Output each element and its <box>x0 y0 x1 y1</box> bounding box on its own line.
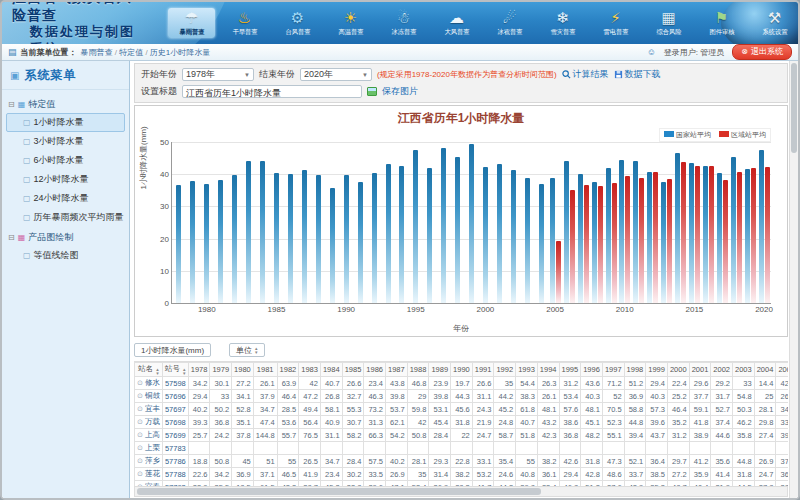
column-header-1987[interactable]: 1987 <box>386 363 408 377</box>
toolbar-item-雷电普查[interactable]: ⚡雷电普查 <box>592 8 639 38</box>
horizontal-scrollbar[interactable] <box>134 486 788 497</box>
table-row[interactable]: ⊙万载5769839.336.835.147.453.656.440.930.7… <box>135 416 789 429</box>
row-expand-icon[interactable]: ⊙ <box>137 470 143 477</box>
end-year-select[interactable]: 2020年 ▼ <box>300 68 372 81</box>
column-header-1996[interactable]: 1996 <box>581 363 603 377</box>
breadcrumb-item[interactable]: 暴雨普查 <box>81 48 113 57</box>
unit-sort-control[interactable]: 单位 ▴▾ <box>229 343 265 357</box>
bar-national-2014[interactable] <box>675 153 680 303</box>
table-row[interactable]: ⊙修水5759834.230.127.226.163.94240.726.623… <box>135 377 789 390</box>
column-header-1986[interactable]: 1986 <box>364 363 386 377</box>
column-header-2001[interactable]: 2001 <box>689 363 711 377</box>
table-row[interactable]: ⊙莲花5778822.634.236.937.146.541.923.430.2… <box>135 468 789 481</box>
bar-national-2004[interactable] <box>539 184 544 303</box>
row-expand-icon[interactable]: ⊙ <box>137 392 143 399</box>
expand-icon[interactable]: ⊟ <box>8 100 15 109</box>
column-header-1990[interactable]: 1990 <box>451 363 473 377</box>
bar-regional-2018[interactable] <box>737 172 742 303</box>
column-header-1981[interactable]: 1981 <box>253 363 277 377</box>
column-header-2002[interactable]: 2002 <box>711 363 733 377</box>
column-header-1978[interactable]: 1978 <box>188 363 210 377</box>
toolbar-item-冰冻普查[interactable]: ☃冰冻普查 <box>380 8 427 38</box>
bar-regional-2019[interactable] <box>751 168 756 303</box>
horizontal-scrollbar-thumb[interactable] <box>137 488 541 495</box>
sidebar-item-1小时降水量[interactable]: ▢1小时降水量 <box>6 113 125 132</box>
bar-national-1999[interactable] <box>469 144 474 303</box>
bar-national-2012[interactable] <box>647 172 652 303</box>
table-row[interactable]: ⊙宜丰5769740.250.252.834.728.549.458.155.3… <box>135 403 789 416</box>
column-header-1993[interactable]: 1993 <box>516 363 538 377</box>
bar-regional-2009[interactable] <box>612 183 617 303</box>
download-button[interactable]: 数据下载 <box>614 68 661 81</box>
row-expand-icon[interactable]: ⊙ <box>137 379 143 386</box>
bar-regional-2006[interactable] <box>570 190 575 303</box>
toolbar-item-干旱普查[interactable]: ♨干旱普查 <box>221 8 268 38</box>
sidebar-item-6小时降水量[interactable]: ▢6小时降水量 <box>6 151 125 170</box>
column-header-id[interactable]: 站号▴▾ <box>162 363 188 377</box>
bar-regional-2012[interactable] <box>653 172 658 303</box>
column-header-1991[interactable]: 1991 <box>472 363 494 377</box>
sidebar-item-历年暴雨频次平均雨量[interactable]: ▢历年暴雨频次平均雨量 <box>6 208 125 227</box>
calculate-button[interactable]: 计算结果 <box>562 68 609 81</box>
bar-regional-2005[interactable] <box>556 241 561 303</box>
bar-regional-2008[interactable] <box>598 186 603 303</box>
column-header-1984[interactable]: 1984 <box>320 363 342 377</box>
row-expand-icon[interactable]: ⊙ <box>137 457 143 464</box>
bar-national-2000[interactable] <box>483 167 488 303</box>
tree-parent-产品图绘制[interactable]: ⊟▦产品图绘制 <box>6 229 125 246</box>
bar-national-2002[interactable] <box>511 170 516 303</box>
bar-national-2016[interactable] <box>703 166 708 303</box>
row-expand-icon[interactable]: ⊙ <box>137 444 143 451</box>
column-header-1985[interactable]: 1985 <box>342 363 364 377</box>
breadcrumb-item[interactable]: 特定值 <box>119 48 143 57</box>
bar-national-2008[interactable] <box>592 182 597 303</box>
bar-regional-2010[interactable] <box>625 176 630 303</box>
expand-icon[interactable]: ⊟ <box>8 233 15 242</box>
bar-national-1984[interactable] <box>260 161 265 303</box>
bar-regional-2011[interactable] <box>639 178 644 303</box>
row-expand-icon[interactable]: ⊙ <box>137 405 143 412</box>
save-image-button[interactable]: 保存图片 <box>382 85 418 98</box>
column-header-1998[interactable]: 1998 <box>624 363 646 377</box>
bar-national-1993[interactable] <box>386 164 391 303</box>
sidebar-item-等值线绘图[interactable]: ▢等值线绘图 <box>6 246 125 265</box>
bar-national-1979[interactable] <box>190 181 195 303</box>
vertical-scrollbar-thumb[interactable] <box>791 63 797 153</box>
bar-national-2009[interactable] <box>606 168 611 303</box>
bar-national-2001[interactable] <box>497 164 502 303</box>
exit-system-button[interactable]: ⊗ 退出系统 <box>732 44 792 60</box>
bar-national-1982[interactable] <box>232 175 237 303</box>
toolbar-item-冰雹普查[interactable]: ☄冰雹普查 <box>486 8 533 38</box>
bar-national-1991[interactable] <box>358 182 363 303</box>
element-type-box[interactable]: 1小时降水量(mm) <box>134 343 211 357</box>
toolbar-item-综合风险[interactable]: ▦综合风险 <box>645 8 692 38</box>
chart-title-input[interactable]: 江西省历年1小时降水量 <box>182 85 362 98</box>
bar-national-1990[interactable] <box>344 175 349 303</box>
column-header-1980[interactable]: 1980 <box>232 363 254 377</box>
column-header-1988[interactable]: 1988 <box>407 363 429 377</box>
bar-regional-2017[interactable] <box>723 180 728 303</box>
bar-national-2006[interactable] <box>564 161 569 303</box>
bar-national-2015[interactable] <box>689 163 694 303</box>
bar-national-1985[interactable] <box>274 173 279 303</box>
bar-national-1978[interactable] <box>176 185 181 303</box>
bar-national-2013[interactable] <box>661 182 666 303</box>
bar-regional-2013[interactable] <box>667 179 672 303</box>
toolbar-item-雪灾普查[interactable]: ❄雪灾普查 <box>539 8 586 38</box>
bar-national-2007[interactable] <box>578 174 583 303</box>
column-header-1997[interactable]: 1997 <box>602 363 624 377</box>
table-row[interactable]: ⊙上高5769925.724.237.8144.855.776.531.158.… <box>135 429 789 442</box>
bar-national-1987[interactable] <box>302 170 307 303</box>
bar-national-1983[interactable] <box>246 161 251 303</box>
table-row[interactable]: ⊙萍乡5778618.850.845515526.534.728.457.540… <box>135 455 789 468</box>
sidebar-item-12小时降水量[interactable]: ▢12小时降水量 <box>6 170 125 189</box>
column-header-1982[interactable]: 1982 <box>277 363 299 377</box>
bar-national-2018[interactable] <box>731 157 736 303</box>
column-header-station[interactable]: 站名▴▾ <box>135 363 163 377</box>
bar-national-2020[interactable] <box>759 150 764 303</box>
column-header-1992[interactable]: 1992 <box>494 363 516 377</box>
start-year-select[interactable]: 1978年 ▼ <box>182 68 254 81</box>
toolbar-item-大风普查[interactable]: ☁大风普查 <box>433 8 480 38</box>
bar-national-1989[interactable] <box>330 188 335 303</box>
bar-national-2010[interactable] <box>619 160 624 303</box>
